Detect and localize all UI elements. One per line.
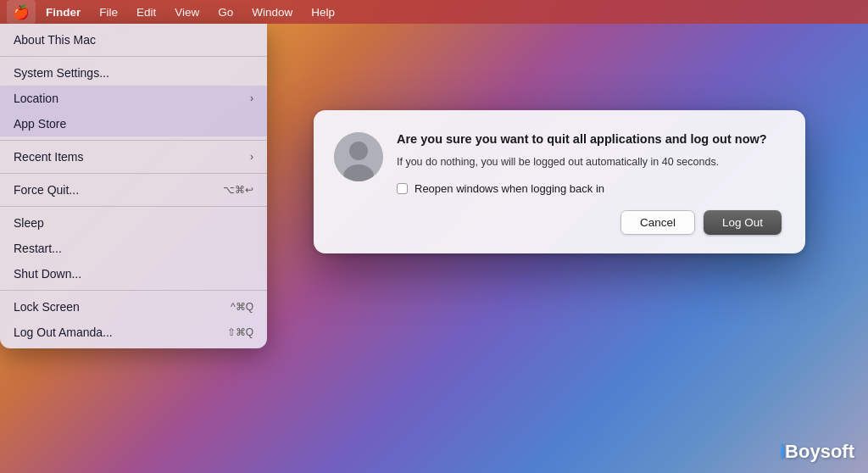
avatar bbox=[334, 132, 383, 181]
menu-item-restart[interactable]: Restart... bbox=[0, 236, 267, 261]
menubar-go[interactable]: Go bbox=[209, 0, 242, 24]
menu-item-shut-down[interactable]: Shut Down... bbox=[0, 261, 267, 287]
watermark-suffix: Boysoft bbox=[785, 441, 854, 462]
location-chevron-icon: › bbox=[250, 92, 253, 104]
menu-item-system-settings-label: System Settings... bbox=[14, 66, 109, 80]
dialog-body: If you do nothing, you will be logged ou… bbox=[397, 154, 782, 170]
force-quit-shortcut: ⌥⌘↩ bbox=[223, 184, 253, 196]
iboysoft-watermark: iBoysoft bbox=[780, 441, 854, 463]
menu-item-recent-items-label: Recent Items bbox=[14, 150, 83, 164]
separator-2 bbox=[0, 140, 267, 141]
apple-icon: 🍎 bbox=[13, 4, 30, 20]
menubar-file[interactable]: File bbox=[91, 0, 126, 24]
menu-item-app-store[interactable]: App Store bbox=[0, 111, 267, 136]
menu-item-about-mac[interactable]: About This Mac bbox=[0, 27, 267, 53]
separator-3 bbox=[0, 173, 267, 174]
menu-item-shut-down-label: Shut Down... bbox=[14, 267, 81, 281]
menu-item-sleep[interactable]: Sleep bbox=[0, 210, 267, 236]
dialog-buttons: Cancel Log Out bbox=[397, 210, 782, 235]
menu-item-app-store-label: App Store bbox=[14, 117, 66, 131]
apple-dropdown-menu: About This Mac System Settings... Locati… bbox=[0, 24, 267, 348]
menu-item-force-quit[interactable]: Force Quit... ⌥⌘↩ bbox=[0, 177, 267, 203]
menu-item-sleep-label: Sleep bbox=[14, 216, 44, 230]
menu-item-location[interactable]: Location › bbox=[0, 86, 267, 111]
avatar-svg bbox=[334, 132, 383, 181]
menubar: 🍎 Finder File Edit View Go Window Help bbox=[0, 0, 868, 24]
menubar-window[interactable]: Window bbox=[243, 0, 301, 24]
menubar-view[interactable]: View bbox=[166, 0, 208, 24]
reopen-windows-row: Reopen windows when logging back in bbox=[397, 182, 782, 195]
recent-items-chevron-icon: › bbox=[250, 151, 253, 163]
dialog-title: Are you sure you want to quit all applic… bbox=[397, 131, 782, 147]
separator-1 bbox=[0, 56, 267, 57]
menubar-edit[interactable]: Edit bbox=[128, 0, 164, 24]
menu-item-lock-screen[interactable]: Lock Screen ^⌘Q bbox=[0, 294, 267, 320]
menu-item-system-settings[interactable]: System Settings... bbox=[0, 60, 267, 86]
menubar-help[interactable]: Help bbox=[303, 0, 343, 24]
menu-item-log-out[interactable]: Log Out Amanda... ⇧⌘Q bbox=[0, 320, 267, 345]
log-out-shortcut: ⇧⌘Q bbox=[227, 326, 253, 338]
desktop: 🍎 Finder File Edit View Go Window Help A… bbox=[0, 0, 868, 473]
menu-item-log-out-label: Log Out Amanda... bbox=[14, 326, 113, 339]
separator-5 bbox=[0, 290, 267, 291]
menu-item-about-mac-label: About This Mac bbox=[14, 33, 96, 47]
dialog-text-area: Are you sure you want to quit all applic… bbox=[397, 131, 782, 235]
menu-item-lock-screen-label: Lock Screen bbox=[14, 300, 80, 314]
svg-point-1 bbox=[349, 142, 368, 160]
cancel-button[interactable]: Cancel bbox=[620, 210, 695, 235]
menubar-finder[interactable]: Finder bbox=[37, 0, 89, 24]
reopen-windows-checkbox[interactable] bbox=[397, 183, 408, 194]
separator-4 bbox=[0, 206, 267, 207]
apple-menu-trigger[interactable]: 🍎 bbox=[7, 0, 36, 24]
lock-screen-shortcut: ^⌘Q bbox=[231, 301, 253, 313]
logout-button[interactable]: Log Out bbox=[704, 210, 782, 235]
logout-dialog: Are you sure you want to quit all applic… bbox=[314, 110, 805, 253]
menu-item-recent-items[interactable]: Recent Items › bbox=[0, 144, 267, 170]
reopen-windows-label: Reopen windows when logging back in bbox=[415, 182, 604, 195]
menu-item-restart-label: Restart... bbox=[14, 242, 62, 255]
menu-item-location-label: Location bbox=[14, 92, 58, 105]
dialog-content: Are you sure you want to quit all applic… bbox=[334, 131, 782, 235]
menu-item-force-quit-label: Force Quit... bbox=[14, 183, 79, 197]
